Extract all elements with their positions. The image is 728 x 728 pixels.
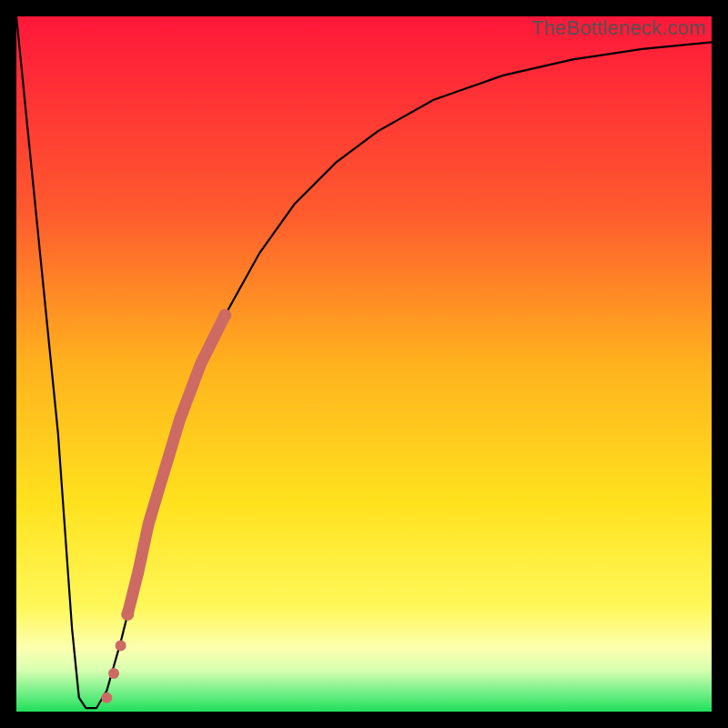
watermark-text: TheBottleneck.com	[531, 16, 706, 40]
marker-dot	[116, 640, 126, 651]
gradient-background	[16, 16, 712, 712]
highlight-dot	[121, 608, 134, 621]
chart-frame: TheBottleneck.com	[0, 0, 728, 728]
highlight-dot	[218, 309, 231, 322]
marker-dot	[108, 668, 119, 679]
plot-area: TheBottleneck.com	[16, 16, 712, 712]
marker-dot	[101, 693, 112, 703]
chart-svg	[16, 16, 712, 712]
